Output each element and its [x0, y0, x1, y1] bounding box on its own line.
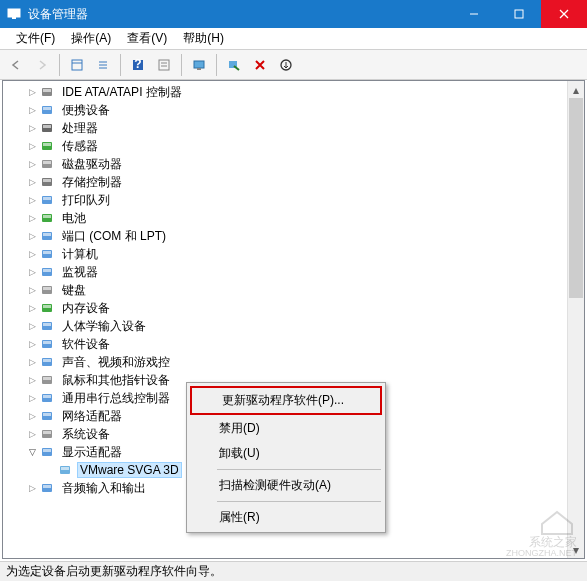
device-icon — [39, 426, 55, 442]
tree-item-label[interactable]: 鼠标和其他指针设备 — [59, 371, 173, 390]
chevron-right-icon[interactable]: ▷ — [25, 355, 39, 369]
chevron-right-icon[interactable]: ▷ — [25, 319, 39, 333]
tree-item[interactable]: ▷IDE ATA/ATAPI 控制器 — [7, 83, 584, 101]
maximize-button[interactable] — [496, 0, 541, 28]
chevron-right-icon[interactable]: ▷ — [25, 427, 39, 441]
tree-item-label[interactable]: 端口 (COM 和 LPT) — [59, 227, 169, 246]
list-button[interactable] — [91, 53, 115, 77]
chevron-right-icon[interactable]: ▷ — [25, 265, 39, 279]
tree-item[interactable]: ▷计算机 — [7, 245, 584, 263]
view-button[interactable] — [65, 53, 89, 77]
ctx-update-driver[interactable]: 更新驱动程序软件(P)... — [190, 386, 382, 415]
chevron-right-icon[interactable]: ▷ — [25, 85, 39, 99]
close-button[interactable] — [541, 0, 587, 28]
svg-rect-43 — [43, 287, 51, 290]
chevron-right-icon[interactable]: ▷ — [25, 337, 39, 351]
tree-item-label[interactable]: 便携设备 — [59, 101, 113, 120]
vertical-scrollbar[interactable]: ▴ ▾ — [567, 81, 584, 558]
minimize-button[interactable] — [451, 0, 496, 28]
svg-rect-31 — [43, 179, 51, 182]
chevron-right-icon[interactable]: ▷ — [25, 103, 39, 117]
tree-item-label[interactable]: 人体学输入设备 — [59, 317, 149, 336]
tree-item-label[interactable]: 存储控制器 — [59, 173, 125, 192]
tree-item-label[interactable]: 显示适配器 — [59, 443, 125, 462]
forward-button[interactable] — [30, 53, 54, 77]
tree-item[interactable]: ▷传感器 — [7, 137, 584, 155]
tree-item-label[interactable]: 计算机 — [59, 245, 101, 264]
ctx-uninstall[interactable]: 卸载(U) — [189, 441, 383, 466]
tree-item-label[interactable]: 键盘 — [59, 281, 89, 300]
tree-item-label[interactable]: 内存设备 — [59, 299, 113, 318]
chevron-right-icon[interactable]: ▷ — [25, 229, 39, 243]
tree-item[interactable]: ▷软件设备 — [7, 335, 584, 353]
device-icon — [39, 102, 55, 118]
tree-item-label[interactable]: 电池 — [59, 209, 89, 228]
chevron-right-icon[interactable]: ▷ — [25, 121, 39, 135]
tree-item[interactable]: ▷存储控制器 — [7, 173, 584, 191]
ctx-properties[interactable]: 属性(R) — [189, 505, 383, 530]
tree-item[interactable]: ▷打印队列 — [7, 191, 584, 209]
svg-rect-37 — [43, 233, 51, 236]
update-button[interactable] — [274, 53, 298, 77]
tree-item-label[interactable]: 软件设备 — [59, 335, 113, 354]
tree-item-label[interactable]: 监视器 — [59, 263, 101, 282]
scroll-thumb[interactable] — [569, 98, 583, 298]
tree-item-label[interactable]: 传感器 — [59, 137, 101, 156]
tree-item-label[interactable]: 声音、视频和游戏控 — [59, 353, 173, 372]
chevron-right-icon[interactable]: ▷ — [25, 139, 39, 153]
scroll-up-button[interactable]: ▴ — [568, 81, 584, 98]
chevron-right-icon[interactable]: ▷ — [25, 391, 39, 405]
tree-item[interactable]: ▷处理器 — [7, 119, 584, 137]
app-icon — [6, 6, 22, 22]
tree-item[interactable]: ▷监视器 — [7, 263, 584, 281]
menu-action[interactable]: 操作(A) — [63, 28, 119, 49]
tree-item-label[interactable]: 打印队列 — [59, 191, 113, 210]
properties-button[interactable] — [152, 53, 176, 77]
tree-item[interactable]: ▷声音、视频和游戏控 — [7, 353, 584, 371]
device-icon — [57, 462, 73, 478]
chevron-right-icon[interactable]: ▷ — [25, 157, 39, 171]
ctx-scan[interactable]: 扫描检测硬件改动(A) — [189, 473, 383, 498]
menu-view[interactable]: 查看(V) — [119, 28, 175, 49]
svg-rect-41 — [43, 269, 51, 272]
chevron-right-icon[interactable]: ▷ — [25, 301, 39, 315]
device-icon — [39, 246, 55, 262]
tree-item[interactable]: ▷人体学输入设备 — [7, 317, 584, 335]
scroll-down-button[interactable]: ▾ — [568, 541, 584, 558]
chevron-right-icon[interactable]: ▷ — [25, 409, 39, 423]
computer-icon[interactable] — [187, 53, 211, 77]
tree-item-label[interactable]: 音频输入和输出 — [59, 479, 149, 498]
device-icon — [39, 174, 55, 190]
menu-file[interactable]: 文件(F) — [8, 28, 63, 49]
chevron-right-icon[interactable]: ▷ — [25, 481, 39, 495]
tree-item[interactable]: ▷键盘 — [7, 281, 584, 299]
svg-rect-17 — [197, 68, 201, 70]
tree-item[interactable]: ▷端口 (COM 和 LPT) — [7, 227, 584, 245]
tree-item[interactable]: ▷磁盘驱动器 — [7, 155, 584, 173]
tree-item[interactable]: ▷电池 — [7, 209, 584, 227]
chevron-right-icon[interactable]: ▷ — [25, 373, 39, 387]
tree-item-label[interactable]: VMware SVGA 3D — [77, 462, 182, 478]
svg-rect-23 — [43, 107, 51, 110]
uninstall-button[interactable] — [248, 53, 272, 77]
ctx-disable[interactable]: 禁用(D) — [189, 416, 383, 441]
tree-item-label[interactable]: 处理器 — [59, 119, 101, 138]
chevron-right-icon[interactable] — [43, 463, 57, 477]
back-button[interactable] — [4, 53, 28, 77]
chevron-right-icon[interactable]: ▷ — [25, 247, 39, 261]
tree-item-label[interactable]: 网络适配器 — [59, 407, 125, 426]
chevron-right-icon[interactable]: ▷ — [25, 193, 39, 207]
tree-item-label[interactable]: IDE ATA/ATAPI 控制器 — [59, 83, 185, 102]
scan-button[interactable] — [222, 53, 246, 77]
chevron-down-icon[interactable]: ▽ — [25, 445, 39, 459]
tree-item-label[interactable]: 系统设备 — [59, 425, 113, 444]
menu-help[interactable]: 帮助(H) — [175, 28, 232, 49]
help-button[interactable]: ? — [126, 53, 150, 77]
tree-item-label[interactable]: 磁盘驱动器 — [59, 155, 125, 174]
tree-item[interactable]: ▷便携设备 — [7, 101, 584, 119]
chevron-right-icon[interactable]: ▷ — [25, 283, 39, 297]
chevron-right-icon[interactable]: ▷ — [25, 175, 39, 189]
tree-item[interactable]: ▷内存设备 — [7, 299, 584, 317]
tree-item-label[interactable]: 通用串行总线控制器 — [59, 389, 173, 408]
chevron-right-icon[interactable]: ▷ — [25, 211, 39, 225]
